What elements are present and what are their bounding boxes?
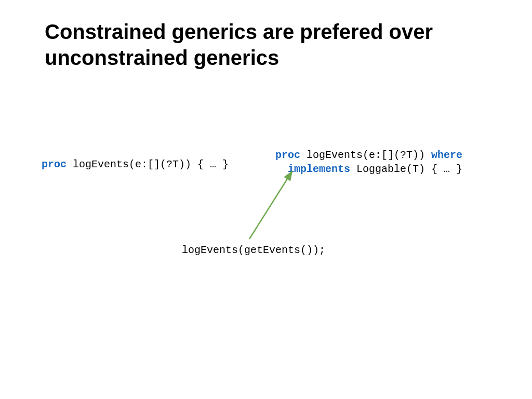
slide-title: Constrained generics are prefered over u… [45, 19, 501, 71]
code-text: logEvents(e:[](?T)) { … } [66, 158, 229, 170]
code-text: logEvents(e:[](?T)) [300, 149, 431, 161]
keyword-proc: proc [42, 158, 66, 170]
code-call: logEvents(getEvents()); [182, 244, 325, 256]
svg-line-0 [249, 171, 292, 239]
code-text: Loggable(T) { … } [350, 163, 462, 175]
keyword-where: where [431, 149, 462, 161]
keyword-implements: implements [288, 163, 350, 175]
keyword-proc: proc [275, 149, 300, 161]
code-indent [275, 163, 288, 175]
code-unconstrained: proc logEvents(e:[](?T)) { … } [42, 158, 229, 170]
code-constrained: proc logEvents(e:[](?T)) where implement… [275, 148, 462, 176]
